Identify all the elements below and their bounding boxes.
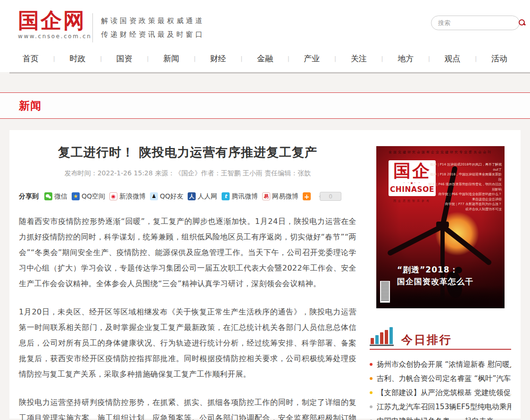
share-item-label: 微信 xyxy=(54,192,67,201)
ranking-header: 今日排行 xyxy=(370,327,511,350)
nav-item-news[interactable]: 新闻 xyxy=(163,53,179,64)
magazine-headline-line2: 国企国资改革怎么干 xyxy=(397,276,491,288)
slogan-line-1: 解读国资政策最权威通道 xyxy=(101,14,205,28)
bullet-icon xyxy=(370,405,373,408)
share-item-label: 网易微博 xyxy=(272,192,298,201)
share-qzone-button[interactable]: ★ QQ空间 xyxy=(72,192,105,201)
share-renren-button[interactable]: 人 人人网 xyxy=(188,192,217,201)
section-band: 新闻 xyxy=(0,92,530,119)
nav-item-home[interactable]: 首页 xyxy=(23,53,39,64)
share-item-label: QQ好友 xyxy=(160,192,183,201)
nav-item-industry[interactable]: 产业 xyxy=(304,53,320,64)
search-box[interactable] xyxy=(431,16,520,30)
toc-line: 或许合伙人制度功不可没 xyxy=(427,207,502,212)
share-item-label: QQ空间 xyxy=(82,192,105,201)
share-label: 分享到 xyxy=(19,192,39,201)
nav-separator: | xyxy=(334,55,336,62)
ranking-item[interactable]: 江苏九龙汽车召回153辆EF5型纯电动乘用车 xyxy=(370,400,511,414)
ranking-item-text: 吉利、力帆合资公司定名睿蓝 “枫叶”汽车 xyxy=(377,374,511,384)
bullet-icon xyxy=(370,377,373,380)
tencent-weibo-icon: t xyxy=(222,192,230,200)
renren-icon: 人 xyxy=(188,192,196,200)
magazine-cover[interactable]: 全国党建研究会国有企业党建研究专业委员会会刊 国企 · ·★· · CHINAS… xyxy=(376,146,505,308)
ranking-list: 扬州市众创协会开展 “浓情迎新春 慰问暖人 吉利、力帆合资公司定名睿蓝 “枫叶”… xyxy=(370,357,511,420)
article-title: 复工进行时！ 陕投电力运营有序推进复工复产 xyxy=(19,144,356,161)
share-bar: 分享到 微信 ★ QQ空间 ◉ 新浪微博 ♟ QQ好友 人 人人网 xyxy=(19,192,356,201)
wechat-icon xyxy=(44,192,52,200)
ranking-item[interactable]: 中国电建助力绿色冬奥，一起向未来 xyxy=(370,414,511,420)
bullet-icon xyxy=(370,363,373,366)
magazine-headline: “剧透”2018： 国企国资改革怎么干 xyxy=(397,264,491,288)
article: 复工进行时！ 陕投电力运营有序推进复工复产 发布时间：2022-1-26 15:… xyxy=(19,144,356,419)
share-item-label: 人人网 xyxy=(198,192,217,201)
toc-line: 视界｜P18 2018，中国区块链迎来全面爆发新阶段 xyxy=(427,172,502,182)
share-netease-weibo-button[interactable]: 易 网易微博 xyxy=(262,192,298,201)
qzone-icon: ★ xyxy=(72,192,80,200)
main-nav: 首页| 时政| 国资| 新闻| 财经| 金融| 产业| 关注| 地方| 观点| … xyxy=(0,45,530,72)
header-divider xyxy=(92,13,93,42)
toc-line: 视界｜P14 区块链成2018年的风口，再不了解就out了 xyxy=(427,162,502,172)
ranking-title: 今日排行 xyxy=(401,334,452,346)
article-paragraph: 随着西安市疫情防控形势逐渐“回暖”，复工复产的脚步也逐渐加快。1月24日，陕投电… xyxy=(19,214,356,291)
nav-separator: | xyxy=(428,55,430,62)
toc-line: 来自这些企业告诉你 xyxy=(427,197,502,202)
site-logo-text: 国企网 xyxy=(18,9,91,32)
ranking-item-text: 扬州市众创协会开展 “浓情迎新春 慰问暖人 xyxy=(377,360,511,370)
site-logo-url: www.cnsoe.com.cn xyxy=(18,33,91,40)
search-input[interactable] xyxy=(438,19,518,26)
site-header: 国企网 www.cnsoe.com.cn 解读国资政策最权威通道 传递财经资讯最… xyxy=(0,0,530,45)
nav-separator: | xyxy=(381,55,383,62)
sina-weibo-icon: ◉ xyxy=(109,192,117,200)
share-tencent-weibo-button[interactable]: t 腾讯微博 xyxy=(222,192,258,201)
ranking-item-text: 江苏九龙汽车召回153辆EF5型纯电动乘用车 xyxy=(377,402,511,412)
share-sina-weibo-button[interactable]: ◉ 新浪微博 xyxy=(109,192,146,201)
bullet-icon xyxy=(370,391,373,394)
nav-separator: | xyxy=(100,55,102,62)
toc-line: 解读｜P46 境外投资形势阶段性变化，明日办法区别影响 xyxy=(427,182,502,192)
share-item-label: 腾讯微博 xyxy=(232,192,258,201)
article-paragraph: 1月20日，未央区、经开区等区域相继发布《关于恢复正常生产生活秩序的通告》，陕投… xyxy=(19,304,356,382)
netease-weibo-icon: 易 xyxy=(262,192,270,200)
share-wechat-button[interactable]: 微信 xyxy=(44,192,67,201)
nav-separator: | xyxy=(53,55,55,62)
ranking-item[interactable]: 吉利、力帆合资公司定名睿蓝 “枫叶”汽车 xyxy=(370,371,511,386)
nav-separator: | xyxy=(240,55,242,62)
nav-item-focus[interactable]: 关注 xyxy=(351,53,367,64)
share-qq-friends-button[interactable]: ♟ QQ好友 xyxy=(150,192,183,201)
share-item-label: 新浪微博 xyxy=(119,192,146,201)
section-title: 新闻 xyxy=(19,99,41,113)
ranking-item-text: 中国电建助力绿色冬奥，一起向未来 xyxy=(377,416,494,420)
nav-separator: | xyxy=(194,55,196,62)
toc-line: 商学院｜P77 永辉超市盈利为什么强？ xyxy=(427,202,502,207)
nav-item-events[interactable]: 活动 xyxy=(491,53,507,64)
nav-item-opinion[interactable]: 观点 xyxy=(445,53,461,64)
site-logo[interactable]: 国企网 www.cnsoe.com.cn xyxy=(18,9,91,40)
site-slogan: 解读国资政策最权威通道 传递财经资讯最及时窗口 xyxy=(101,14,205,41)
ranking-item-text: 【支部建设】从严治党筑根基 党建统领促发 xyxy=(377,388,511,398)
bar-chart-icon xyxy=(370,327,394,346)
nav-item-finance[interactable]: 财经 xyxy=(210,53,226,64)
article-meta: 发布时间：2022-1-26 15:28 来源：《国企》作者：王智鹏 王小雨 责… xyxy=(19,169,356,178)
nav-separator: | xyxy=(147,55,149,62)
sidebar: 全国党建研究会国有企业党建研究专业委员会会刊 国企 · ·★· · CHINAS… xyxy=(370,144,511,419)
magazine-toc: 视界｜P14 区块链成2018年的风口，再不了解就out了 视界｜P18 201… xyxy=(427,162,502,212)
share-count-badge: 0 xyxy=(320,192,341,201)
main-content: 复工进行时！ 陕投电力运营有序推进复工复产 发布时间：2022-1-26 15:… xyxy=(9,130,521,419)
nav-item-politics[interactable]: 时政 xyxy=(69,53,85,64)
magazine-headline-line1: “剧透”2018： xyxy=(397,264,491,276)
barcode xyxy=(380,281,390,303)
nav-item-banking[interactable]: 金融 xyxy=(257,53,273,64)
toc-line: 商学院｜P66 中国制造业创新密码是什么？ xyxy=(427,192,502,197)
nav-item-regional[interactable]: 地方 xyxy=(398,53,414,64)
ranking-item[interactable]: 【支部建设】从严治党筑根基 党建统领促发 xyxy=(370,386,511,400)
article-paragraph: 陕投电力运营坚持研判疫情防控形势，在抓紧、抓实、抓细各项防控工作的同时，制定了详… xyxy=(19,395,356,420)
slogan-line-2: 传递财经资讯最及时窗口 xyxy=(101,28,205,41)
nav-separator: | xyxy=(475,55,477,62)
ranking-item[interactable]: 扬州市众创协会开展 “浓情迎新春 慰问暖人 xyxy=(370,357,511,371)
nav-separator: | xyxy=(287,55,289,62)
qq-friends-icon: ♟ xyxy=(150,192,158,200)
more-share-icon: + xyxy=(303,192,311,200)
share-more-button[interactable]: + xyxy=(303,192,313,200)
nav-item-state-assets[interactable]: 国资 xyxy=(116,53,132,64)
